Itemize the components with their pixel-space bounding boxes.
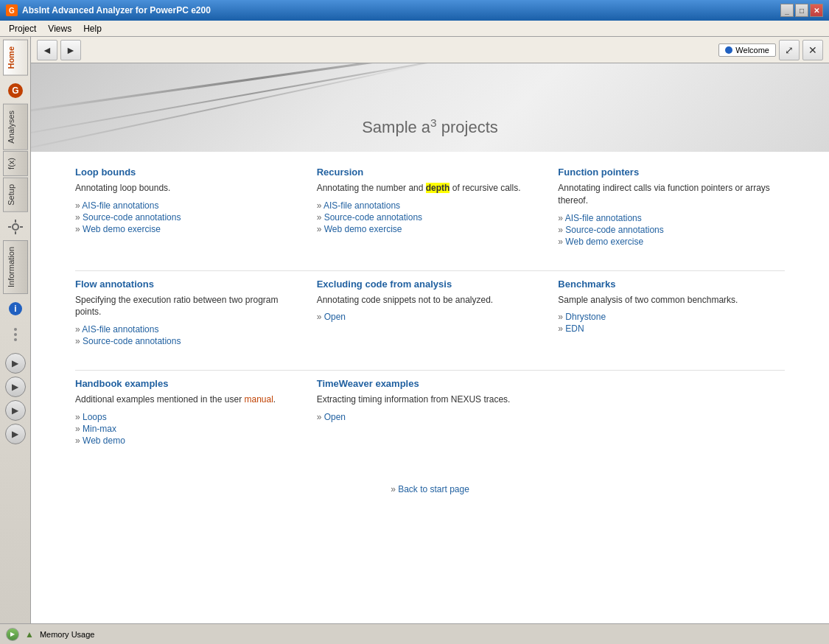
menu-views[interactable]: Views [42,22,77,35]
sidebar-dots [14,328,17,341]
window-title: AbsInt Advanced Analyzer for PowerPC e20… [22,5,211,15]
sidebar-tab-home[interactable]: Home [3,40,28,76]
recursion-ais-link[interactable]: AIS-file annotations [317,200,544,211]
banner-title: Sample a3 projects [362,116,498,137]
maximize-button[interactable]: □ [795,4,808,17]
forward-button[interactable]: ► [60,40,81,60]
row-divider-1 [75,270,785,271]
status-bar: ▶ ▲ Memory Usage [0,623,829,644]
flow-ais-link[interactable]: AIS-file annotations [75,324,302,335]
nav-play-1[interactable]: ▶ [5,353,26,374]
toolbar: ◄ ► Welcome ⤢ ✕ [31,37,829,63]
welcome-badge: Welcome [718,43,776,57]
title-bar-left: G AbsInt Advanced Analyzer for PowerPC e… [6,4,211,16]
welcome-dot-icon [725,46,732,54]
card-function-pointers-desc: Annotating indirect calls via function p… [558,182,785,207]
menu-project[interactable]: Project [3,22,42,35]
menu-bar: Project Views Help [0,21,829,37]
card-flow-desc: Specifying the execution ratio between t… [75,294,302,319]
card-flow-title: Flow annotations [75,279,302,290]
app-icon: G [6,4,18,16]
back-to-start-link[interactable]: Back to start page [391,484,469,494]
handbook-webdemo-link[interactable]: Web demo [75,435,302,446]
sidebar-tab-fx[interactable]: f(x) [3,151,28,176]
loop-bounds-source-link[interactable]: Source-code annotations [75,212,302,223]
sidebar: Home G Analyses f(x) Setup Information i… [0,37,31,623]
card-loop-bounds: Loop bounds Annotating loop bounds. AIS-… [75,167,302,248]
nav-play-4[interactable]: ▶ [5,424,26,444]
card-function-pointers: Function pointers Annotating indirect ca… [558,167,785,248]
card-recursion-title: Recursion [317,167,544,178]
func-ptr-ais-link[interactable]: AIS-file annotations [558,213,785,223]
func-ptr-source-link[interactable]: Source-code annotations [558,225,785,235]
grid-row-3: Handbook examples Additional examples me… [75,378,785,447]
card-function-pointers-title: Function pointers [558,167,785,178]
side-nav: ▶ ▶ ▶ ▶ [5,353,26,444]
nav-play-3[interactable]: ▶ [5,400,26,421]
memory-triangle-icon: ▲ [25,629,34,640]
card-loop-bounds-title: Loop bounds [75,167,302,178]
content-wrapper: ◄ ► Welcome ⤢ ✕ Sample a3 projects [31,37,829,623]
grid-row-1: Loop bounds Annotating loop bounds. AIS-… [75,167,785,248]
card-benchmarks: Benchmarks Sample analysis of two common… [558,279,785,349]
sidebar-logo-icon: G [5,80,26,101]
minimize-button[interactable]: _ [780,4,794,17]
excluding-open-link[interactable]: Open [317,312,544,322]
recursion-source-link[interactable]: Source-code annotations [317,212,544,223]
setup-icon[interactable] [5,217,26,237]
row-divider-2 [75,370,785,371]
card-timeweaver-desc: Extracting timing information from NEXUS… [317,393,544,406]
banner-decoration [31,63,432,152]
status-play-button[interactable]: ▶ [6,628,19,641]
benchmarks-edn-link[interactable]: EDN [558,323,785,334]
nav-play-2[interactable]: ▶ [5,377,26,397]
card-excluding-desc: Annotating code snippets not to be analy… [317,294,544,307]
card-benchmarks-desc: Sample analysis of two common benchmarks… [558,294,785,307]
card-recursion: Recursion Annotating the number and dept… [317,167,544,248]
card-handbook-title: Handbook examples [75,378,302,389]
sidebar-tab-information[interactable]: Information [3,240,28,294]
card-empty [558,378,785,447]
sidebar-tab-analyses[interactable]: Analyses [3,104,28,150]
back-button[interactable]: ◄ [37,40,57,60]
handbook-loops-link[interactable]: Loops [75,412,302,422]
card-benchmarks-title: Benchmarks [558,279,785,290]
card-flow-annotations: Flow annotations Specifying the executio… [75,279,302,349]
menu-help[interactable]: Help [77,22,108,35]
card-timeweaver: TimeWeaver examples Extracting timing in… [317,378,544,447]
svg-text:G: G [12,85,18,96]
card-timeweaver-title: TimeWeaver examples [317,378,544,389]
card-excluding-title: Excluding code from analysis [317,279,544,290]
back-section: Back to start page [75,469,785,509]
card-handbook: Handbook examples Additional examples me… [75,378,302,447]
svg-point-2 [13,224,18,230]
grid-row-2: Flow annotations Specifying the executio… [75,279,785,349]
main-container: Home G Analyses f(x) Setup Information i… [0,37,829,623]
window-controls: _ □ ✕ [780,4,823,17]
sidebar-tab-setup[interactable]: Setup [3,178,28,212]
welcome-label: Welcome [735,46,769,55]
info-icon[interactable]: i [5,298,26,319]
recursion-demo-link[interactable]: Web demo exercise [317,224,544,234]
card-loop-bounds-desc: Annotating loop bounds. [75,182,302,195]
benchmarks-dhrystone-link[interactable]: Dhrystone [558,312,785,322]
card-recursion-desc: Annotating the number and depth of recur… [317,182,544,195]
func-ptr-demo-link[interactable]: Web demo exercise [558,237,785,247]
handbook-minmax-link[interactable]: Min-max [75,424,302,434]
card-handbook-desc: Additional examples mentioned in the use… [75,393,302,406]
close-button[interactable]: ✕ [810,4,823,17]
loop-bounds-ais-link[interactable]: AIS-file annotations [75,200,302,211]
title-bar: G AbsInt Advanced Analyzer for PowerPC e… [0,0,829,21]
card-excluding-code: Excluding code from analysis Annotating … [317,279,544,349]
projects-grid: Loop bounds Annotating loop bounds. AIS-… [31,152,829,524]
memory-usage-label: Memory Usage [40,630,95,639]
svg-text:i: i [14,304,16,314]
timeweaver-open-link[interactable]: Open [317,412,544,422]
banner: Sample a3 projects [31,63,829,152]
resize-button[interactable]: ⤢ [779,40,800,60]
content-area[interactable]: Sample a3 projects Loop bounds Annotatin… [31,63,829,623]
close-tab-button[interactable]: ✕ [802,40,823,60]
flow-source-link[interactable]: Source-code annotations [75,336,302,346]
loop-bounds-demo-link[interactable]: Web demo exercise [75,224,302,234]
